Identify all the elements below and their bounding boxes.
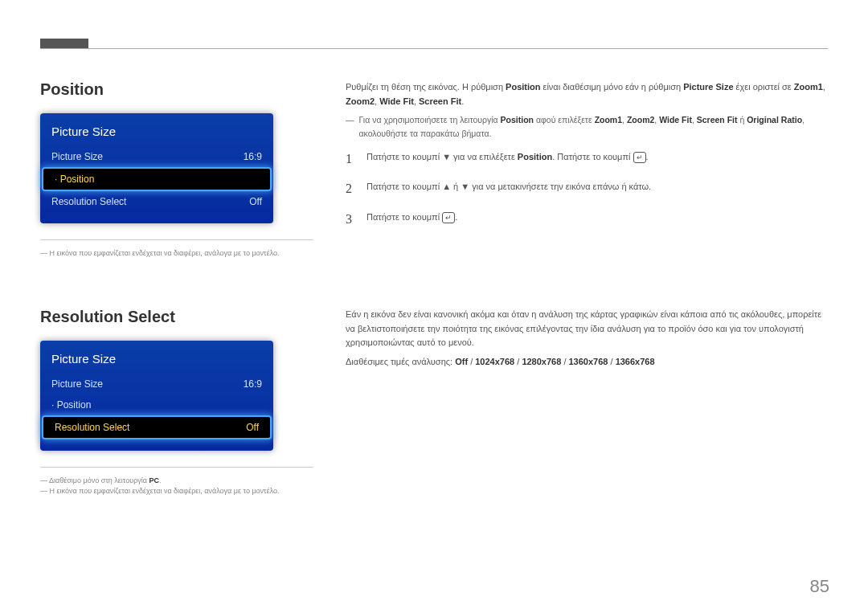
osd-label: Resolution Select — [55, 422, 129, 433]
section-title-position: Position — [40, 80, 346, 99]
accent-term: Picture Size — [683, 82, 733, 92]
text: έχει οριστεί σε — [734, 82, 794, 92]
step-3: 3 Πατήστε το κουμπί ↵. — [346, 209, 828, 230]
header-divider — [40, 48, 828, 49]
osd-value: 16:9 — [244, 151, 262, 162]
accent-term: 1366x768 — [616, 357, 655, 366]
step-text: Πατήστε το κουμπί ▲ ή ▼ για να μετακινήσ… — [366, 178, 651, 199]
enter-icon: ↵ — [633, 152, 646, 163]
osd-header: Picture Size — [40, 120, 273, 146]
osd-label: Position — [55, 174, 94, 185]
left-column: Resolution Select Picture Size Picture S… — [40, 308, 346, 497]
osd-label: Picture Size — [51, 151, 103, 162]
osd-panel-position: Picture Size Picture Size 16:9 Position … — [40, 113, 273, 223]
note-text: Για να χρησιμοποιήσετε τη λειτουργία Pos… — [359, 113, 829, 141]
footnote-text: Η εικόνα που εμφανίζεται ενδέχεται να δι… — [40, 487, 313, 495]
step-2: 2 Πατήστε το κουμπί ▲ ή ▼ για να μετακιν… — [346, 178, 828, 199]
osd-label: Resolution Select — [51, 196, 126, 207]
bold-term: Position — [501, 115, 534, 125]
body-text: Εάν η εικόνα δεν είναι κανονική ακόμα κα… — [346, 308, 828, 350]
header-accent-bar — [40, 39, 88, 48]
osd-row-resolution-select[interactable]: Resolution Select Off — [43, 417, 270, 438]
step-number: 3 — [346, 209, 366, 230]
bold-term: Zoom2 — [627, 115, 654, 125]
text: Πατήστε το κουμπί ▼ για να επιλέξετε — [366, 152, 518, 161]
steps-list: 1 Πατήστε το κουμπί ▼ για να επιλέξετε P… — [346, 149, 828, 230]
osd-label: Position — [51, 399, 91, 411]
intro-text: Ρυθμίζει τη θέση της εικόνας. Η ρύθμιση … — [346, 80, 828, 108]
right-column: Ρυθμίζει τη θέση της εικόνας. Η ρύθμιση … — [346, 80, 828, 260]
step-text: Πατήστε το κουμπί ▼ για να επιλέξετε Pos… — [366, 149, 649, 170]
section-resolution-select: Resolution Select Picture Size Picture S… — [40, 308, 828, 497]
note-line: ― Για να χρησιμοποιήσετε τη λειτουργία P… — [346, 113, 828, 141]
osd-header: Picture Size — [40, 347, 273, 374]
text: αφού επιλέξετε — [534, 115, 595, 125]
text: Πατήστε το κουμπί — [366, 212, 442, 222]
osd-row-picture-size[interactable]: Picture Size 16:9 — [40, 146, 273, 167]
osd-row-resolution-select[interactable]: Resolution Select Off — [40, 191, 273, 212]
accent-term: 1360x768 — [569, 357, 608, 366]
right-column: Εάν η εικόνα δεν είναι κανονική ακόμα κα… — [346, 308, 828, 497]
dash-icon: ― — [346, 113, 354, 141]
accent-term: 1280x768 — [522, 357, 561, 366]
available-resolutions: Διαθέσιμες τιμές ανάλυσης: Off / 1024x76… — [346, 355, 828, 370]
accent-term: Off — [455, 357, 468, 366]
footnotes-position: Η εικόνα που εμφανίζεται ενδέχεται να δι… — [40, 239, 313, 257]
accent-term: Zoom2 — [346, 96, 375, 106]
accent-term: PC — [149, 476, 160, 484]
text: είναι διαθέσιμη μόνο εάν η ρύθμιση — [540, 82, 683, 92]
osd-row-picture-size[interactable]: Picture Size 16:9 — [40, 374, 273, 394]
text: / — [608, 357, 615, 366]
osd-row-position[interactable]: Position — [43, 169, 270, 190]
text: . — [159, 476, 162, 484]
bold-term: Screen Fit — [697, 115, 738, 125]
dash-icon — [40, 476, 49, 484]
accent-term: Position — [518, 152, 552, 161]
text: / — [561, 357, 568, 366]
step-number: 2 — [346, 178, 366, 199]
text: Για να χρησιμοποιήσετε τη λειτουργία — [359, 115, 501, 125]
text: ή — [738, 115, 747, 125]
text: / — [514, 357, 522, 366]
accent-term: Zoom1 — [794, 82, 823, 92]
accent-term: 1024x768 — [475, 357, 514, 366]
section-title-resolution: Resolution Select — [40, 308, 346, 326]
osd-value: 16:9 — [244, 378, 262, 390]
osd-row-position[interactable]: Position — [40, 394, 273, 415]
step-text: Πατήστε το κουμπί ↵. — [366, 209, 457, 230]
footnote-text: Η εικόνα που εμφανίζεται ενδέχεται να δι… — [40, 249, 313, 257]
accent-term: Position — [506, 82, 540, 92]
text: Διαθέσιμο μόνο στη λειτουργία — [49, 476, 149, 484]
text: . Πατήστε το κουμπί — [552, 152, 633, 161]
bold-term: Wide Fit — [659, 115, 692, 125]
osd-value: Off — [249, 196, 262, 207]
enter-icon: ↵ — [442, 212, 455, 223]
footnotes-resolution: Διαθέσιμο μόνο στη λειτουργία PC. Η εικό… — [40, 467, 313, 495]
accent-term: Wide Fit — [379, 96, 414, 106]
accent-term: Original Ratio — [747, 115, 802, 125]
osd-label: Picture Size — [51, 378, 103, 390]
osd-panel-resolution: Picture Size Picture Size 16:9 Position … — [40, 341, 273, 451]
page-number: 85 — [810, 576, 829, 597]
step-number: 1 — [346, 149, 366, 170]
step-1: 1 Πατήστε το κουμπί ▼ για να επιλέξετε P… — [346, 149, 828, 170]
text: Ρυθμίζει τη θέση της εικόνας. Η ρύθμιση — [346, 82, 506, 92]
osd-value: Off — [246, 422, 259, 433]
text: Διαθέσιμες τιμές ανάλυσης: — [346, 357, 455, 366]
section-position: Position Picture Size Picture Size 16:9 … — [40, 80, 828, 260]
left-column: Position Picture Size Picture Size 16:9 … — [40, 80, 346, 260]
bold-term: Zoom1 — [595, 115, 622, 125]
accent-term: Screen Fit — [419, 96, 461, 106]
text: / — [468, 357, 475, 366]
footnote-text: Διαθέσιμο μόνο στη λειτουργία PC. — [40, 476, 313, 484]
